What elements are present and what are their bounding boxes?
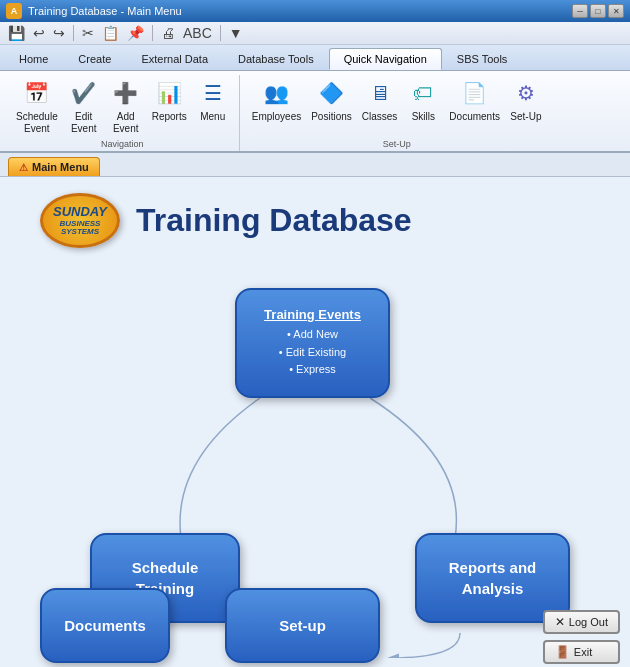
setup-label: Set-up (279, 617, 326, 634)
ribbon-group-setup: 👥 Employees 🔷 Positions 🖥 Classes 🏷 Skil… (242, 75, 552, 151)
classes-label: Classes (362, 111, 398, 123)
separator (73, 25, 74, 41)
logo-line2: Business Systems (43, 220, 117, 238)
separator2 (152, 25, 153, 41)
reports-button[interactable]: 📊 Reports (148, 75, 191, 125)
copy-icon[interactable]: 📋 (100, 24, 121, 42)
classes-icon: 🖥 (364, 77, 396, 109)
main-menu-tab-icon: ⚠ (19, 162, 28, 173)
spell-icon[interactable]: ABC (181, 24, 214, 42)
add-event-button[interactable]: ➕ AddEvent (106, 75, 146, 137)
setup-items: 👥 Employees 🔷 Positions 🖥 Classes 🏷 Skil… (248, 75, 546, 125)
training-events-add: • Add New (287, 326, 338, 344)
main-menu-tab-label: Main Menu (32, 161, 89, 173)
flowchart: Training Events • Add New • Edit Existin… (30, 268, 600, 658)
documents-ribbon-button[interactable]: 📄 Documents (445, 75, 504, 125)
logout-button[interactable]: ✕ Log Out (543, 610, 620, 634)
training-events-title: Training Events (264, 307, 361, 322)
reports-icon: 📊 (153, 77, 185, 109)
classes-button[interactable]: 🖥 Classes (358, 75, 402, 125)
save-icon[interactable]: 💾 (6, 24, 27, 42)
schedule-event-label: ScheduleEvent (16, 111, 58, 135)
main-content: Sunday Business Systems Training Databas… (0, 177, 630, 667)
reports-analysis-label: Reports andAnalysis (449, 557, 537, 599)
exit-icon: 🚪 (555, 645, 570, 659)
exit-button[interactable]: 🚪 Exit (543, 640, 620, 664)
tab-home[interactable]: Home (4, 48, 63, 70)
title-bar: A Training Database - Main Menu ─ □ ✕ (0, 0, 630, 22)
tab-external-data[interactable]: External Data (126, 48, 223, 70)
employees-icon: 👥 (260, 77, 292, 109)
add-event-label: AddEvent (113, 111, 139, 135)
ribbon-group-navigation: 📅 ScheduleEvent ✔️ EditEvent ➕ AddEvent … (6, 75, 240, 151)
exit-label: Exit (574, 646, 592, 658)
schedule-event-icon: 📅 (21, 77, 53, 109)
positions-button[interactable]: 🔷 Positions (307, 75, 356, 125)
edit-event-button[interactable]: ✔️ EditEvent (64, 75, 104, 137)
employees-label: Employees (252, 111, 301, 123)
tab-create[interactable]: Create (63, 48, 126, 70)
navigation-items: 📅 ScheduleEvent ✔️ EditEvent ➕ AddEvent … (12, 75, 233, 137)
header-area: Sunday Business Systems Training Databas… (40, 193, 610, 248)
logout-label: Log Out (569, 616, 608, 628)
setup-group-label: Set-Up (248, 137, 546, 149)
more-icon[interactable]: ▼ (227, 24, 245, 42)
training-events-box[interactable]: Training Events • Add New • Edit Existin… (235, 288, 390, 398)
logo-line1: Sunday (53, 204, 107, 220)
edit-event-label: EditEvent (71, 111, 97, 135)
setup-ribbon-button[interactable]: ⚙ Set-Up (506, 75, 546, 125)
main-menu-tab[interactable]: ⚠ Main Menu (8, 157, 100, 176)
menu-button[interactable]: ☰ Menu (193, 75, 233, 125)
navigation-group-label: Navigation (12, 137, 233, 149)
setup-ribbon-label: Set-Up (510, 111, 541, 123)
separator3 (220, 25, 221, 41)
schedule-event-button[interactable]: 📅 ScheduleEvent (12, 75, 62, 137)
print-icon[interactable]: 🖨 (159, 24, 177, 42)
edit-event-icon: ✔️ (68, 77, 100, 109)
main-title: Training Database (136, 202, 412, 239)
tab-sbs-tools[interactable]: SBS Tools (442, 48, 523, 70)
paste-icon[interactable]: 📌 (125, 24, 146, 42)
skills-icon: 🏷 (407, 77, 439, 109)
documents-box[interactable]: Documents (40, 588, 170, 663)
company-logo: Sunday Business Systems (40, 193, 120, 248)
ribbon: 📅 ScheduleEvent ✔️ EditEvent ➕ AddEvent … (0, 71, 630, 153)
tab-quick-navigation[interactable]: Quick Navigation (329, 48, 442, 70)
action-buttons: ✕ Log Out 🚪 Exit (543, 610, 620, 664)
skills-label: Skills (412, 111, 435, 123)
menu-label: Menu (200, 111, 225, 123)
cut-icon[interactable]: ✂ (80, 24, 96, 42)
title-bar-text: Training Database - Main Menu (28, 5, 572, 17)
main-menu-area: ⚠ Main Menu (0, 153, 630, 177)
setup-box[interactable]: Set-up (225, 588, 380, 663)
setup-ribbon-icon: ⚙ (510, 77, 542, 109)
documents-ribbon-label: Documents (449, 111, 500, 123)
skills-button[interactable]: 🏷 Skills (403, 75, 443, 125)
close-button[interactable]: ✕ (608, 4, 624, 18)
reports-label: Reports (152, 111, 187, 123)
undo-icon[interactable]: ↩ (31, 24, 47, 42)
training-events-express: • Express (289, 361, 336, 379)
minimize-button[interactable]: ─ (572, 4, 588, 18)
app-icon: A (6, 3, 22, 19)
tab-database-tools[interactable]: Database Tools (223, 48, 329, 70)
documents-ribbon-icon: 📄 (459, 77, 491, 109)
ribbon-tab-row: Home Create External Data Database Tools… (0, 45, 630, 71)
menu-icon: ☰ (197, 77, 229, 109)
redo-icon[interactable]: ↪ (51, 24, 67, 42)
title-bar-controls: ─ □ ✕ (572, 4, 624, 18)
quick-access-toolbar: 💾 ↩ ↪ ✂ 📋 📌 🖨 ABC ▼ (0, 22, 630, 45)
maximize-button[interactable]: □ (590, 4, 606, 18)
training-events-edit: • Edit Existing (279, 344, 346, 362)
positions-label: Positions (311, 111, 352, 123)
logout-icon: ✕ (555, 615, 565, 629)
documents-label: Documents (64, 617, 146, 634)
employees-button[interactable]: 👥 Employees (248, 75, 305, 125)
add-event-icon: ➕ (110, 77, 142, 109)
positions-icon: 🔷 (315, 77, 347, 109)
